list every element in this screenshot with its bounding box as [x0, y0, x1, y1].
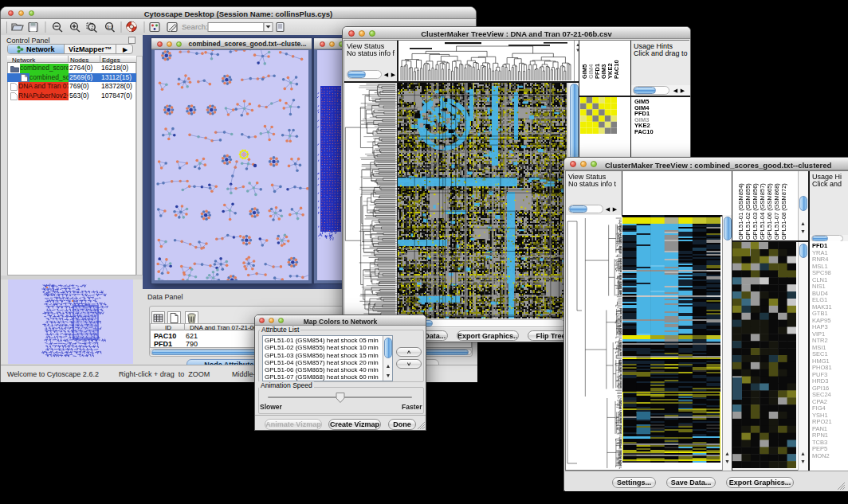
- svg-text:Search:: Search:: [182, 22, 208, 31]
- svg-text:1:1: 1:1: [107, 25, 113, 29]
